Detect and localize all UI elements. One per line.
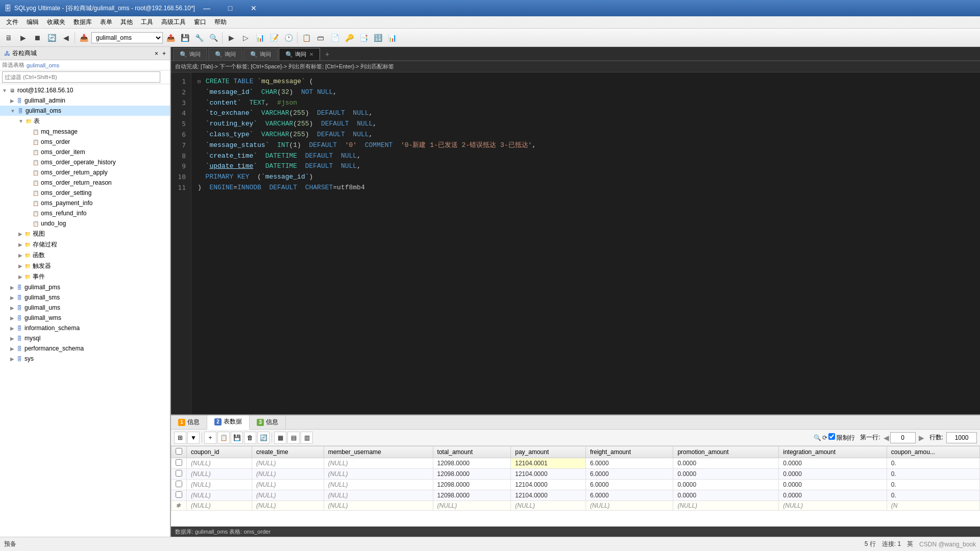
- row-checkbox[interactable]: [176, 470, 182, 477]
- td-coupon_amount[interactable]: (N: [887, 501, 979, 511]
- tree-folder-triggers[interactable]: ▶ 📁 触发器: [0, 261, 170, 271]
- query-button[interactable]: 🔍: [207, 31, 220, 44]
- th-coupon_amount[interactable]: coupon_amou...: [887, 446, 979, 458]
- th-total_amount[interactable]: total_amount: [433, 446, 511, 458]
- td-create_time[interactable]: (NULL): [252, 501, 324, 511]
- row-count-input[interactable]: [946, 432, 977, 443]
- stop-button[interactable]: ⏹: [31, 31, 44, 44]
- result-view-form[interactable]: ▤: [287, 432, 300, 444]
- limit-rows-checkbox[interactable]: [828, 433, 835, 440]
- database-select[interactable]: gulimall_oms: [91, 32, 163, 43]
- tree-db-gulimall_oms[interactable]: ▼ 🗄 gulimall_oms: [0, 106, 170, 116]
- tree-folder-functions[interactable]: ▶ 📁 函数: [0, 250, 170, 261]
- new-connection-button[interactable]: 🖥: [2, 31, 15, 44]
- query-tab-2[interactable]: 🔍 询问: [208, 48, 242, 60]
- query-tab-4-close[interactable]: ✕: [309, 52, 313, 57]
- select-all-checkbox[interactable]: [176, 448, 182, 455]
- history-button[interactable]: 🕐: [282, 31, 295, 44]
- td-freight_amount[interactable]: 6.0000: [585, 480, 673, 490]
- td-pay_amount[interactable]: 12104.0001: [511, 458, 586, 469]
- td-promotion_amount[interactable]: 0.0000: [673, 469, 779, 480]
- result-copy-button[interactable]: 📋: [217, 432, 230, 444]
- tree-db-gulimall_ums[interactable]: ▶ 🗄 gulimall_ums: [0, 303, 170, 313]
- th-create_time[interactable]: create_time: [252, 446, 324, 458]
- tree-server[interactable]: ▼ 🖥 root@192.168.56.10: [0, 85, 170, 95]
- result-view-table[interactable]: ▦: [274, 432, 286, 444]
- result-grid-button[interactable]: ⊞: [174, 432, 186, 444]
- first-row-input[interactable]: [890, 432, 916, 443]
- result-refresh-button[interactable]: 🔄: [257, 432, 270, 444]
- tree-table-mq_message[interactable]: ▶ 📋 mq_message: [0, 127, 170, 137]
- td-total_amount[interactable]: (NULL): [433, 501, 511, 511]
- table-btn6[interactable]: 🔢: [371, 31, 384, 44]
- td-coupon_id[interactable]: (NULL): [187, 501, 252, 511]
- minimize-button[interactable]: —: [195, 0, 218, 16]
- td-create_time[interactable]: (NULL): [252, 490, 324, 501]
- td-freight_amount[interactable]: 6.0000: [585, 469, 673, 480]
- th-coupon_id[interactable]: coupon_id: [187, 446, 252, 458]
- format-button[interactable]: 📝: [267, 31, 281, 44]
- td-freight_amount[interactable]: 6.0000: [585, 490, 673, 501]
- tree-db-gulimall_admin[interactable]: ▶ 🗄 gulimall_admin: [0, 95, 170, 106]
- td-integration_amount[interactable]: 0.0000: [779, 458, 887, 469]
- th-integration_amount[interactable]: integration_amount: [779, 446, 887, 458]
- td-member_username[interactable]: (NULL): [324, 458, 433, 469]
- add-query-tab-button[interactable]: +: [321, 48, 333, 60]
- td-member_username[interactable]: (NULL): [324, 469, 433, 480]
- execute-button[interactable]: ▶: [16, 31, 30, 44]
- td-coupon_amount[interactable]: 0.: [887, 490, 979, 501]
- connection-tab-close[interactable]: ×: [155, 50, 158, 57]
- th-promotion_amount[interactable]: promotion_amount: [673, 446, 779, 458]
- result-options-button[interactable]: ▼: [187, 432, 200, 444]
- td-coupon_id[interactable]: (NULL): [187, 490, 252, 501]
- menu-database[interactable]: 数据库: [69, 17, 96, 28]
- menu-other[interactable]: 其他: [116, 17, 137, 28]
- query-tab-3[interactable]: 🔍 询问: [243, 48, 278, 60]
- td-coupon_id[interactable]: (NULL): [187, 469, 252, 480]
- tree-table-undo_log[interactable]: ▶ 📋 undo_log: [0, 218, 170, 229]
- tree-table-oms_refund_info[interactable]: ▶ 📋 oms_refund_info: [0, 208, 170, 218]
- td-freight_amount[interactable]: 6.0000: [585, 458, 673, 469]
- td-create_time[interactable]: (NULL): [252, 480, 324, 490]
- result-tab-tabledata[interactable]: 2 表数据: [207, 415, 250, 430]
- result-tab-info3[interactable]: 3 信息: [250, 415, 286, 430]
- td-coupon_amount[interactable]: 0.: [887, 480, 979, 490]
- td-coupon_id[interactable]: (NULL): [187, 480, 252, 490]
- th-freight_amount[interactable]: freight_amount: [585, 446, 673, 458]
- menu-favorites[interactable]: 收藏夹: [43, 17, 69, 28]
- td-pay_amount[interactable]: (NULL): [511, 501, 586, 511]
- refresh-button[interactable]: 🔄: [45, 31, 58, 44]
- tree-db-gulimall_pms[interactable]: ▶ 🗄 gulimall_pms: [0, 282, 170, 292]
- td-promotion_amount[interactable]: 0.0000: [673, 490, 779, 501]
- import-button[interactable]: 📥: [77, 31, 90, 44]
- table-btn2[interactable]: 🗃: [314, 31, 327, 44]
- td-pay_amount[interactable]: 12104.0000: [511, 490, 586, 501]
- tree-db-sys[interactable]: ▶ 🗄 sys: [0, 354, 170, 364]
- tree-folder-tables[interactable]: ▼ 📁 表: [0, 116, 170, 127]
- row-checkbox[interactable]: [176, 481, 182, 487]
- result-view-text[interactable]: ▥: [301, 432, 313, 444]
- td-total_amount[interactable]: 12098.0000: [433, 469, 511, 480]
- tree-db-information_schema[interactable]: ▶ 🗄 information_schema: [0, 323, 170, 333]
- close-button[interactable]: ✕: [242, 0, 265, 16]
- table-btn4[interactable]: 🔑: [342, 31, 356, 44]
- tree-table-oms_order_return_apply[interactable]: ▶ 📋 oms_order_return_apply: [0, 167, 170, 178]
- menu-edit[interactable]: 编辑: [22, 17, 43, 28]
- export-button[interactable]: 📤: [164, 31, 177, 44]
- query-tab-1[interactable]: 🔍 询问: [173, 48, 207, 60]
- table-btn1[interactable]: 📋: [300, 31, 313, 44]
- td-create_time[interactable]: (NULL): [252, 469, 324, 480]
- tree-db-gulimall_wms[interactable]: ▶ 🗄 gulimall_wms: [0, 313, 170, 323]
- td-create_time[interactable]: (NULL): [252, 458, 324, 469]
- tree-folder-views[interactable]: ▶ 📁 视图: [0, 229, 170, 239]
- add-connection-button[interactable]: +: [162, 50, 166, 57]
- table-btn7[interactable]: 📊: [385, 31, 399, 44]
- td-freight_amount[interactable]: (NULL): [585, 501, 673, 511]
- sql-editor[interactable]: 1 2 3 4 5 6 7 8 9 10 11 ⊟ CREATE TABLE `…: [171, 72, 980, 414]
- tree-table-oms_order_operate_history[interactable]: ▶ 📋 oms_order_operate_history: [0, 157, 170, 167]
- td-integration_amount[interactable]: 0.0000: [779, 490, 887, 501]
- row-checkbox[interactable]: [176, 459, 182, 466]
- menu-file[interactable]: 文件: [2, 17, 22, 28]
- td-total_amount[interactable]: 12098.0000: [433, 458, 511, 469]
- back-button[interactable]: ◀: [59, 31, 72, 44]
